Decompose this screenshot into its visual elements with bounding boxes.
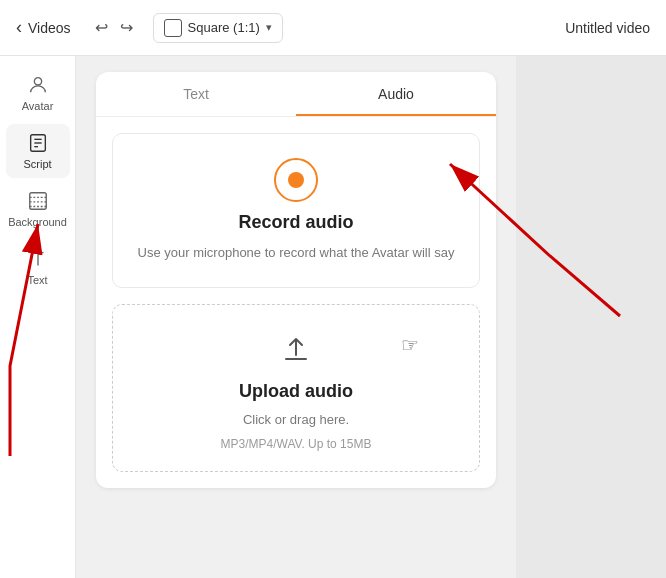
panel: Text Audio Record audio Use your microph… (96, 72, 496, 488)
shape-label: Square (1:1) (188, 20, 260, 35)
shape-selector-button[interactable]: Square (1:1) ▾ (153, 13, 283, 43)
background-label: Background (8, 216, 67, 228)
tab-text[interactable]: Text (96, 72, 296, 116)
project-title: Untitled video (565, 20, 650, 36)
tab-audio[interactable]: Audio (296, 72, 496, 116)
content-area: Text Audio Record audio Use your microph… (76, 56, 516, 578)
upload-audio-card[interactable]: ☞ Upload audio Click or drag here. MP3/M… (112, 304, 480, 472)
back-button[interactable]: ‹ Videos (16, 17, 71, 38)
redo-button[interactable]: ↪ (116, 14, 137, 41)
square-icon (164, 19, 182, 37)
sidebar-item-avatar[interactable]: Avatar (6, 66, 70, 120)
tabs-container: Text Audio (96, 72, 496, 117)
record-dot (288, 172, 304, 188)
back-arrow-icon: ‹ (16, 17, 22, 38)
text-sidebar-label: Text (27, 274, 47, 286)
record-audio-card[interactable]: Record audio Use your microphone to reco… (112, 133, 480, 288)
sidebar-item-text[interactable]: Text (6, 240, 70, 294)
record-description: Use your microphone to record what the A… (138, 243, 455, 263)
avatar-label: Avatar (22, 100, 54, 112)
upload-description: Click or drag here. (243, 412, 349, 427)
avatar-icon (27, 74, 49, 96)
right-panel (516, 56, 666, 578)
sidebar-item-background[interactable]: Background (6, 182, 70, 236)
upload-icon (281, 333, 311, 367)
upload-formats: MP3/MP4/WAV. Up to 15MB (221, 437, 372, 451)
script-label: Script (23, 158, 51, 170)
upload-title: Upload audio (239, 381, 353, 402)
cursor-icon: ☞ (401, 333, 419, 357)
nav-arrows: ↩ ↪ (91, 14, 137, 41)
chevron-down-icon: ▾ (266, 21, 272, 34)
svg-point-0 (34, 78, 41, 85)
text-icon (27, 248, 49, 270)
background-icon (27, 190, 49, 212)
back-label: Videos (28, 20, 71, 36)
top-bar: ‹ Videos ↩ ↪ Square (1:1) ▾ Untitled vid… (0, 0, 666, 56)
sidebar: Avatar Script Background (0, 56, 76, 578)
record-title: Record audio (238, 212, 353, 233)
record-icon (274, 158, 318, 202)
undo-button[interactable]: ↩ (91, 14, 112, 41)
main-layout: Avatar Script Background (0, 56, 666, 578)
sidebar-item-script[interactable]: Script (6, 124, 70, 178)
script-icon (27, 132, 49, 154)
